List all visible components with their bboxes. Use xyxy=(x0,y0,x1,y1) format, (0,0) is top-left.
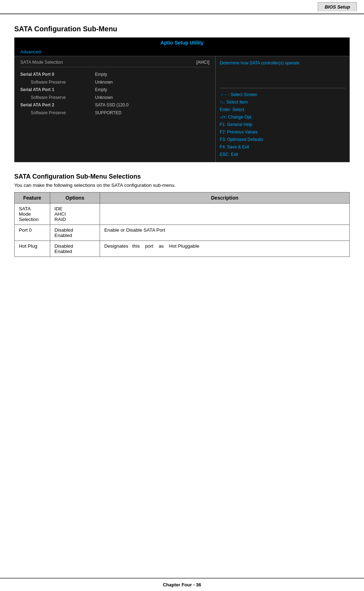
col-feature: Feature xyxy=(15,192,50,204)
key-enter: Enter: Select xyxy=(220,106,345,114)
options-port0: DisabledEnabled xyxy=(50,225,100,241)
bios-mode-label: SATA Mode Selection xyxy=(20,60,63,65)
selections-table: Feature Options Description SATA ModeSel… xyxy=(14,192,350,257)
port-1-indent-value: Unknown xyxy=(95,94,113,102)
footer: Chapter Four - 36 xyxy=(0,578,364,591)
options-hotplug: DisabledEnabled xyxy=(50,241,100,257)
bios-mode-row: SATA Mode Selection [AHCI] xyxy=(20,60,210,67)
port-2-value: SATA SSD (120.0 xyxy=(95,101,128,109)
port-0-indent-value: Unknown xyxy=(95,79,113,86)
top-header: BIOS Setup xyxy=(0,0,364,14)
port-1-name: Serial ATA Port 1 xyxy=(20,86,84,94)
section2-title: SATA Configuration Sub-Menu Selections xyxy=(14,173,350,180)
section1-title: SATA Configuration Sub-Menu xyxy=(14,25,350,33)
port-0-value: Empty xyxy=(95,71,113,79)
bios-left-panel: SATA Mode Selection [AHCI] Serial ATA Po… xyxy=(15,56,216,162)
port-0-name: Serial ATA Port 0 xyxy=(20,71,84,79)
key-f4: F4: Save & Exit xyxy=(220,143,345,151)
bios-setup-tab: BIOS Setup xyxy=(318,2,357,11)
bios-help-text: Determine how SATA controller(s) operate… xyxy=(220,60,301,65)
col-options: Options xyxy=(50,192,100,204)
desc-hotplug: Designates this port as Hot Pluggable xyxy=(100,241,350,257)
section2-description: You can make the following selections on… xyxy=(14,183,350,188)
port-2-row: Serial ATA Port 2 Software Preserve SATA… xyxy=(20,101,210,117)
key-f2: F2: Previous Values xyxy=(220,128,345,136)
port-2-indent-label: Software Preserve xyxy=(20,109,84,117)
bios-submenu-name: Advanced xyxy=(15,48,349,56)
table-row: Port 0 DisabledEnabled Enable or Disable… xyxy=(15,225,350,241)
feature-port0: Port 0 xyxy=(15,225,50,241)
bios-keys: →←: Select Screen ↑↓: Select Item Enter:… xyxy=(220,91,345,158)
port-1-row: Serial ATA Port 1 Software Preserve Empt… xyxy=(20,86,210,101)
table-row: SATA ModeSelection IDEAHCIRAID xyxy=(15,204,350,225)
port-2-indent-value: SUPPORTED xyxy=(95,109,128,117)
bios-menu-body: SATA Mode Selection [AHCI] Serial ATA Po… xyxy=(15,56,349,162)
bios-help-top: Determine how SATA controller(s) operate… xyxy=(220,60,345,88)
bios-right-panel: Determine how SATA controller(s) operate… xyxy=(216,56,349,162)
key-select-item: ↑↓: Select Item xyxy=(220,99,345,106)
key-change-opt: –/+: Change Opt. xyxy=(220,114,345,121)
bios-menu: Aptio Setup Utility Advanced SATA Mode S… xyxy=(14,37,350,162)
key-select-screen: →←: Select Screen xyxy=(220,91,345,99)
key-f1: F1: General Help xyxy=(220,121,345,128)
bios-mode-value: [AHCI] xyxy=(196,60,210,65)
key-esc: ESC: Exit xyxy=(220,151,345,158)
options-sata-mode: IDEAHCIRAID xyxy=(50,204,100,225)
port-1-indent-label: Software Preserve xyxy=(20,94,84,102)
desc-sata-mode xyxy=(100,204,350,225)
feature-sata-mode: SATA ModeSelection xyxy=(15,204,50,225)
col-description: Description xyxy=(100,192,350,204)
table-header-row: Feature Options Description xyxy=(15,192,350,204)
table-row: Hot Plug DisabledEnabled Designates this… xyxy=(15,241,350,257)
key-f3: F3: Optimized Defaults xyxy=(220,136,345,143)
port-2-name: Serial ATA Port 2 xyxy=(20,101,84,109)
port-1-value: Empty xyxy=(95,86,113,94)
desc-port0: Enable or Disable SATA Port xyxy=(100,225,350,241)
feature-hotplug: Hot Plug xyxy=(15,241,50,257)
footer-label: Chapter Four - 36 xyxy=(163,582,201,587)
bios-utility-name: Aptio Setup Utility xyxy=(15,38,349,48)
main-content: SATA Configuration Sub-Menu Aptio Setup … xyxy=(0,14,364,271)
port-0-indent-label: Software Preserve xyxy=(20,79,84,86)
bios-port-section: Serial ATA Port 0 Software Preserve Empt… xyxy=(20,71,210,117)
port-0-row: Serial ATA Port 0 Software Preserve Empt… xyxy=(20,71,210,86)
